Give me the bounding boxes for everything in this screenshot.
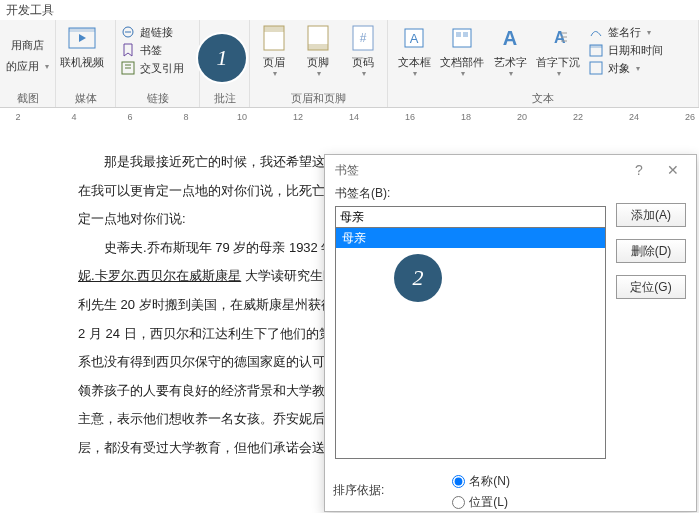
sort-by-name-radio[interactable]: 名称(N) — [452, 473, 510, 490]
wordart-icon: A — [494, 22, 526, 54]
store-button[interactable]: 用商店 — [11, 38, 44, 53]
svg-text:A: A — [503, 27, 517, 49]
ribbon: 用商店 的应用▾ 截图 联机视频 媒体 超链接 — [0, 20, 699, 108]
group-links-label: 链接 — [120, 90, 195, 107]
chevron-down-icon: ▾ — [461, 69, 465, 79]
group-links: 超链接 书签 交叉引用 链接 — [116, 20, 200, 107]
bookmark-list-item[interactable]: 母亲 — [336, 228, 605, 248]
dialog-titlebar: 书签 ? ✕ — [325, 155, 696, 185]
header-icon — [258, 22, 290, 54]
close-button[interactable]: ✕ — [656, 158, 690, 182]
svg-text:#: # — [359, 31, 366, 45]
ruler: 2468101214161820222426283032343638404244… — [0, 112, 699, 132]
bookmark-name-input[interactable] — [335, 206, 606, 228]
group-comment-label: 批注 — [204, 90, 245, 107]
svg-rect-15 — [463, 32, 468, 37]
sort-label: 排序依据: — [333, 482, 384, 499]
svg-text:A: A — [410, 31, 419, 46]
my-apps-button[interactable]: 的应用▾ — [6, 59, 49, 74]
group-media: 联机视频 媒体 — [56, 20, 116, 107]
link-icon — [120, 24, 136, 40]
textbox-icon: A — [398, 22, 430, 54]
online-video-button[interactable]: 联机视频 — [60, 22, 104, 69]
group-addins: 用商店 的应用▾ 截图 — [0, 20, 56, 107]
step-badge-2: 2 — [394, 254, 442, 302]
delete-button[interactable]: 删除(D) — [616, 239, 686, 263]
chevron-down-icon: ▾ — [362, 69, 366, 79]
bookmark-name-label: 书签名(B): — [335, 185, 606, 202]
group-crop-label: 截图 — [4, 90, 51, 107]
bookmark-list[interactable]: 母亲 — [335, 228, 606, 459]
help-button[interactable]: ? — [622, 158, 656, 182]
dropcap-icon: A — [542, 22, 574, 54]
ribbon-tab-strip: 开发工具 — [0, 0, 699, 20]
goto-button[interactable]: 定位(G) — [616, 275, 686, 299]
svg-rect-6 — [264, 26, 284, 32]
crossref-button[interactable]: 交叉引用 — [120, 60, 184, 76]
quickparts-button[interactable]: 文档部件▾ — [440, 22, 484, 79]
sort-by-position-radio[interactable]: 位置(L) — [452, 494, 510, 511]
svg-rect-20 — [590, 62, 602, 74]
object-button[interactable]: 对象▾ — [588, 60, 663, 76]
bookmark-icon — [120, 42, 136, 58]
object-icon — [588, 60, 604, 76]
pagenum-button[interactable]: # 页码▾ — [343, 22, 383, 79]
header-button[interactable]: 页眉▾ — [254, 22, 294, 79]
add-button[interactable]: 添加(A) — [616, 203, 686, 227]
dialog-title: 书签 — [335, 162, 359, 179]
chevron-down-icon: ▾ — [413, 69, 417, 79]
svg-marker-2 — [79, 34, 86, 42]
chevron-down-icon: ▾ — [636, 64, 640, 73]
sigline-button[interactable]: 签名行▾ — [588, 24, 663, 40]
group-header-footer: 页眉▾ 页脚▾ # 页码▾ 页眉和页脚 — [250, 20, 388, 107]
chevron-down-icon: ▾ — [273, 69, 277, 79]
group-media-label: 媒体 — [60, 90, 111, 107]
group-text-label: 文本 — [392, 90, 694, 107]
step-badge-1: 1 — [198, 34, 246, 82]
chevron-down-icon: ▾ — [317, 69, 321, 79]
tab-developer[interactable]: 开发工具 — [6, 2, 54, 19]
dropcap-button[interactable]: A 首字下沉▾ — [536, 22, 580, 79]
svg-rect-19 — [590, 45, 602, 48]
group-hf-label: 页眉和页脚 — [254, 90, 383, 107]
chevron-down-icon: ▾ — [45, 62, 49, 71]
bookmark-dialog: 书签 ? ✕ 书签名(B): 母亲 添加(A) 删除(D) 定位(G) 排序依据… — [324, 154, 697, 512]
svg-rect-13 — [453, 29, 471, 47]
wordart-button[interactable]: A 艺术字▾ — [488, 22, 532, 79]
crossref-icon — [120, 60, 136, 76]
signature-icon — [588, 24, 604, 40]
pagenum-icon: # — [347, 22, 379, 54]
hyperlink-button[interactable]: 超链接 — [120, 24, 184, 40]
svg-rect-1 — [69, 28, 95, 32]
chevron-down-icon: ▾ — [557, 69, 561, 79]
footer-icon — [302, 22, 334, 54]
svg-rect-8 — [308, 44, 328, 50]
textbox-button[interactable]: A 文本框▾ — [392, 22, 436, 79]
quickparts-icon — [446, 22, 478, 54]
video-icon — [66, 22, 98, 54]
datetime-button[interactable]: 日期和时间 — [588, 42, 663, 58]
footer-button[interactable]: 页脚▾ — [298, 22, 338, 79]
svg-rect-14 — [456, 32, 461, 37]
bookmark-button[interactable]: 书签 — [120, 42, 184, 58]
calendar-icon — [588, 42, 604, 58]
group-text: A 文本框▾ 文档部件▾ A 艺术字▾ A 首字下沉▾ 签名行▾ — [388, 20, 699, 107]
sort-row: 排序依据: 名称(N) 位置(L) — [325, 465, 696, 511]
chevron-down-icon: ▾ — [509, 69, 513, 79]
chevron-down-icon: ▾ — [647, 28, 651, 37]
